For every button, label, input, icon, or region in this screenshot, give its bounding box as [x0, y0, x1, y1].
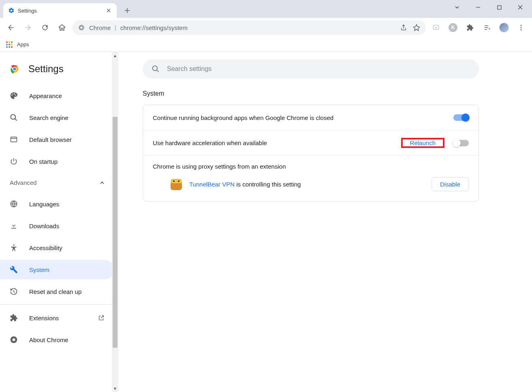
puzzle-icon [10, 314, 18, 322]
kebab-menu-icon[interactable] [514, 21, 528, 34]
svg-point-10 [6, 44, 8, 45]
sidebar-item-label: Search engine [29, 114, 68, 121]
url-text: chrome://settings/system [120, 24, 188, 31]
relaunch-button[interactable]: Relaunch [403, 136, 443, 150]
close-window-button[interactable] [511, 1, 530, 14]
chrome-logo-icon [9, 63, 20, 75]
row-label: Use hardware acceleration when available [153, 139, 401, 146]
svg-point-8 [9, 41, 10, 43]
scroll-down-icon[interactable]: ▼ [112, 385, 118, 392]
maximize-button[interactable] [490, 1, 508, 14]
back-button[interactable] [4, 21, 18, 34]
browser-icon [10, 135, 18, 144]
svg-point-19 [11, 115, 16, 120]
row-hardware-accel: Use hardware acceleration when available… [143, 130, 479, 155]
sidebar: Settings Appearance Search engine Defaul… [0, 52, 118, 392]
sidebar-item-label: Reset and clean up [29, 288, 81, 295]
share-icon[interactable] [400, 24, 407, 31]
svg-rect-0 [498, 6, 501, 9]
bookmark-star-icon[interactable] [413, 24, 420, 31]
gear-icon [8, 7, 15, 14]
svg-point-13 [6, 46, 8, 48]
window-controls [448, 1, 530, 14]
sidebar-item-accessibility[interactable]: Accessibility [0, 238, 114, 257]
toggle-background-apps[interactable] [453, 114, 469, 121]
scrollbar[interactable]: ▲ ▼ [112, 52, 118, 392]
home-button[interactable] [55, 21, 69, 34]
svg-point-14 [9, 46, 10, 48]
chevron-up-icon [100, 180, 105, 185]
reading-list-icon[interactable] [480, 21, 494, 34]
svg-point-4 [521, 25, 522, 26]
power-icon [10, 157, 18, 165]
search-input[interactable] [167, 65, 470, 73]
sidebar-item-on-startup[interactable]: On startup [0, 152, 114, 171]
svg-rect-3 [433, 25, 439, 30]
pocket-icon[interactable] [429, 21, 443, 34]
main-content: System Continue running background apps … [118, 52, 532, 392]
sidebar-item-reset[interactable]: Reset and clean up [0, 282, 114, 301]
chrome-icon [10, 336, 18, 344]
search-icon [10, 114, 18, 122]
tab-settings[interactable]: Settings [3, 3, 117, 18]
scroll-up-icon[interactable]: ▲ [112, 52, 118, 59]
browser-chrome: Settings Chrome | chrome://settings/syst… [0, 0, 532, 37]
svg-point-15 [11, 46, 13, 48]
sidebar-item-appearance[interactable]: Appearance [0, 86, 114, 105]
row-background-apps: Continue running background apps when Go… [143, 105, 479, 130]
bookmarks-bar: Apps [0, 37, 532, 52]
forward-button[interactable] [21, 21, 35, 34]
row-proxy: Chrome is using proxy settings from an e… [143, 155, 479, 201]
download-icon [10, 222, 18, 230]
sidebar-item-label: Accessibility [29, 244, 62, 251]
disable-button[interactable]: Disable [432, 177, 469, 191]
restore-icon [10, 287, 18, 296]
sidebar-item-system[interactable]: System [0, 260, 114, 279]
address-bar[interactable]: Chrome | chrome://settings/system [72, 20, 426, 35]
svg-point-7 [6, 41, 8, 43]
system-card: Continue running background apps when Go… [143, 105, 479, 201]
close-icon[interactable] [105, 7, 112, 14]
svg-point-12 [11, 44, 13, 45]
profile-avatar[interactable] [497, 21, 511, 34]
reload-button[interactable] [38, 21, 52, 34]
sidebar-item-about[interactable]: About Chrome [0, 330, 114, 349]
url-chrome-label: Chrome [89, 24, 111, 31]
sidebar-item-label: Appearance [29, 92, 62, 99]
minimize-button[interactable] [469, 1, 487, 14]
tab-title: Settings [18, 8, 102, 14]
apps-icon[interactable] [6, 41, 13, 48]
extensions-icon[interactable] [463, 21, 477, 34]
search-settings-bar[interactable] [143, 59, 479, 79]
advanced-label: Advanced [10, 179, 37, 186]
svg-point-9 [11, 41, 13, 43]
accessibility-icon [10, 244, 18, 252]
scrollbar-thumb[interactable] [113, 117, 118, 348]
row-label: Chrome is using proxy settings from an e… [153, 163, 286, 170]
sidebar-item-label: Languages [29, 201, 59, 208]
sidebar-advanced-toggle[interactable]: Advanced [0, 174, 114, 192]
extension-desc: is controlling this setting [235, 181, 301, 188]
new-tab-button[interactable] [122, 5, 133, 16]
sidebar-item-label: System [29, 266, 49, 273]
sidebar-item-downloads[interactable]: Downloads [0, 216, 114, 236]
sidebar-item-label: Default browser [29, 136, 72, 143]
svg-point-2 [80, 26, 82, 28]
sidebar-item-languages[interactable]: Languages [0, 194, 114, 214]
svg-point-22 [13, 244, 14, 246]
apps-bookmark[interactable]: Apps [17, 41, 29, 47]
sidebar-item-extensions[interactable]: Extensions [0, 308, 114, 328]
extension-name-link[interactable]: TunnelBear VPN [189, 181, 235, 188]
chevron-down-icon[interactable] [448, 1, 466, 14]
svg-rect-20 [11, 137, 17, 142]
sidebar-item-default-browser[interactable]: Default browser [0, 130, 114, 149]
section-title: System [143, 90, 508, 97]
sidebar-header: Settings [0, 58, 114, 84]
tunnelbear-icon [171, 179, 182, 190]
sidebar-item-label: Downloads [29, 223, 59, 229]
sidebar-item-search-engine[interactable]: Search engine [0, 108, 114, 127]
toggle-hardware-accel[interactable] [453, 140, 469, 146]
page-title: Settings [28, 63, 64, 75]
site-info-icon[interactable] [78, 24, 85, 31]
k-extension-icon[interactable]: K [446, 21, 460, 34]
